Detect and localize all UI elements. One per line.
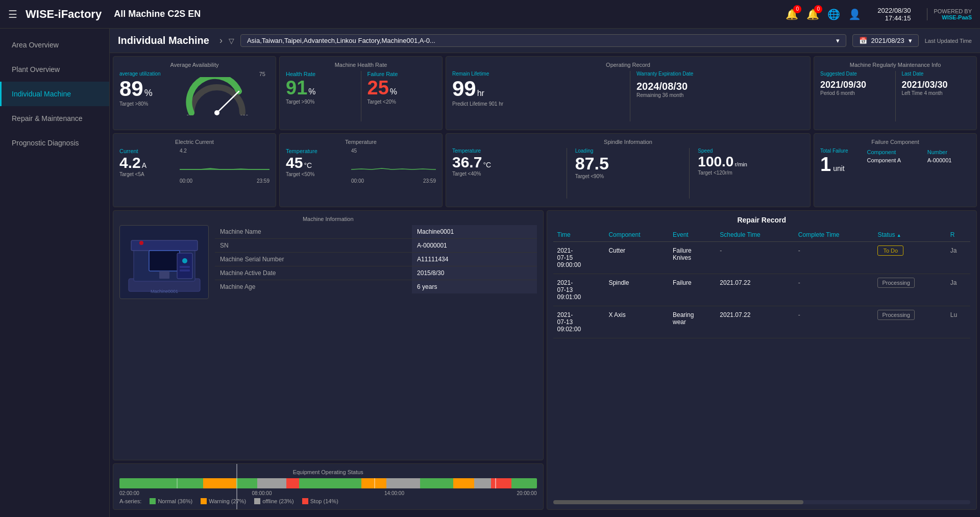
repair-record-card: Repair Record Time Component Event Sched… [547,210,977,510]
temp-target: Target <50% [286,171,347,177]
calendar-icon: 📅 [859,37,867,44]
temperature-card: Temperature Temperature 45 °C Target <50… [279,133,443,207]
repair-header-row: Time Component Event Schedule Time Compl… [553,228,971,242]
chevron-right-icon: › [219,35,223,46]
table-row: Machine Age 6 years [215,280,537,294]
bar-normal5 [511,478,536,488]
remain-label: Remain Lifetime [452,71,620,77]
machine-info-card: Machine Information [113,210,544,460]
suggested-period: Period 6 month [820,90,889,96]
bar-normal4 [420,478,453,488]
spindle-title: Spindle Information [452,139,804,145]
time-labels: 02:00:00 08:00:00 14:00:00 20:00:00 [119,490,537,496]
chevron-down-icon2: ▾ [909,37,912,44]
failure-table: Component Number Component A A-000001 [865,148,970,164]
sidebar-item-prognostic-diagnosis[interactable]: Prognostic Diagnosis [0,131,109,155]
chevron-down-icon: ▾ [836,37,840,44]
bar-stop1 [286,478,299,488]
bar-stop2 [491,478,512,488]
suggested-label: Suggested Date [820,71,889,77]
health-target: Target >90% [286,99,355,105]
repair-schedule-2: 2021.07.22 [716,274,794,306]
sort-icon[interactable]: ▲ [897,233,901,238]
svg-text:Machine0001: Machine0001 [150,289,178,294]
time-label-0: 02:00:00 [119,490,139,496]
hamburger-menu[interactable]: ☰ [8,8,17,20]
sidebar-item-plant-overview[interactable]: Plant Overview [0,57,109,82]
time-label-2: 14:00:00 [384,490,404,496]
current-unit: A [142,161,146,169]
notification1-icon[interactable]: 🔔 0 [786,8,798,20]
datetime: 2022/08/30 17:44:15 [877,7,911,22]
failure-component-number: A-000001 [925,156,970,164]
failure-unit: % [390,87,397,96]
svg-text:0: 0 [186,114,189,115]
user-icon[interactable]: 👤 [848,8,861,20]
col-complete-time: Complete Time [794,228,874,242]
bar-offline3 [474,478,491,488]
legend-normal-dot [150,498,156,504]
date: 2022/08/30 [877,7,911,14]
remain-sub: Predict Lifetime 901 hr [452,101,620,107]
powered-by: POWERED BY WISE-PaaS [927,8,972,20]
current-target: Target <5A [119,171,176,177]
avg-util-target: Target >80% [119,101,161,107]
spindle-speed-label: Speed [698,148,804,154]
app-title: All Machine C2S EN [114,9,786,19]
header: ☰ WISE-iFactory All Machine C2S EN 🔔 0 🔔… [0,0,980,29]
spindle-speed-value: 100.0 [698,154,733,170]
date-selector[interactable]: 📅 2021/08/23 ▾ [852,34,919,47]
table-row: SN A-0000001 [215,239,537,253]
table-row: Machine Active Date 2015/8/30 [215,266,537,280]
machine-image: Machine0001 [119,225,209,299]
spindle-card: Spindle Information Temperature 36.7 °C … [446,133,811,207]
legend-offline-dot [254,498,260,504]
repair-scrollbar[interactable] [553,500,971,504]
bar-normal2 [236,478,257,488]
legend-stop-label: Stop (14%) [310,498,338,504]
sidebar-item-repair-maintenance[interactable]: Repair & Maintenance [0,106,109,131]
repair-event-1: FailureKnives [669,242,716,274]
repair-scrollbar-thumb[interactable] [553,500,804,504]
field-active-label: Machine Active Date [215,266,412,280]
table-row: Machine Name Machine0001 [215,225,537,239]
repair-event-2: Failure [669,274,716,306]
repair-r-2: Ja [946,274,970,306]
last-updated-label: Last Updated Time [925,38,972,44]
filter-icon: ▽ [229,37,234,45]
legend-warning: Warning (27%) [201,498,246,504]
field-machine-name-value: Machine0001 [412,225,536,239]
bar-warning1 [203,478,236,488]
svg-rect-8 [149,251,180,271]
warranty-sub: Remaining 36 month [636,92,804,98]
total-failure-label: Total Failure [820,148,848,154]
language-icon[interactable]: 🌐 [827,8,840,20]
current-value: 4.2 [119,154,141,171]
current-label: Current [119,148,176,154]
time: 17:44:15 [877,14,911,22]
notification2-icon[interactable]: 🔔 0 [806,8,819,20]
sidebar-item-individual-machine[interactable]: Individual Machine [0,82,109,106]
repair-scroll[interactable]: Time Component Event Schedule Time Compl… [553,228,971,498]
repair-schedule-3: 2021.07.22 [716,306,794,338]
maintenance-title: Machine Regularly Maintenance Info [820,62,970,68]
legend-normal-label: Normal (36%) [158,498,192,504]
col-component: Component [604,228,669,242]
bar-offline1 [257,478,286,488]
temp-time-end: 23:59 [423,178,436,184]
repair-table: Time Component Event Schedule Time Compl… [553,228,971,338]
status-processing-badge-2: Processing [877,310,914,320]
sidebar-item-area-overview[interactable]: Area Overview [0,33,109,57]
temp-unit: °C [304,161,312,169]
legend-stop: Stop (14%) [302,498,338,504]
repair-time-3: 2021-07-1309:02:00 [553,306,605,338]
legend-warning-label: Warning (27%) [209,498,246,504]
equipment-title: Equipment Operating Status [119,469,537,475]
repair-r-3: Lu [946,306,970,338]
last-date-left: Left Time 4 month [902,90,971,96]
health-rate-title: Machine Health Rate [286,62,436,68]
repair-event-3: Bearingwear [669,306,716,338]
filter-selector[interactable]: Asia,Taiwan,Taipei,Advantech,Linkou Fact… [240,34,846,47]
operating-record-card: Operating Record Remain Lifetime 99 hr P… [446,56,811,130]
main-content: Individual Machine › ▽ Asia,Taiwan,Taipe… [110,29,980,517]
